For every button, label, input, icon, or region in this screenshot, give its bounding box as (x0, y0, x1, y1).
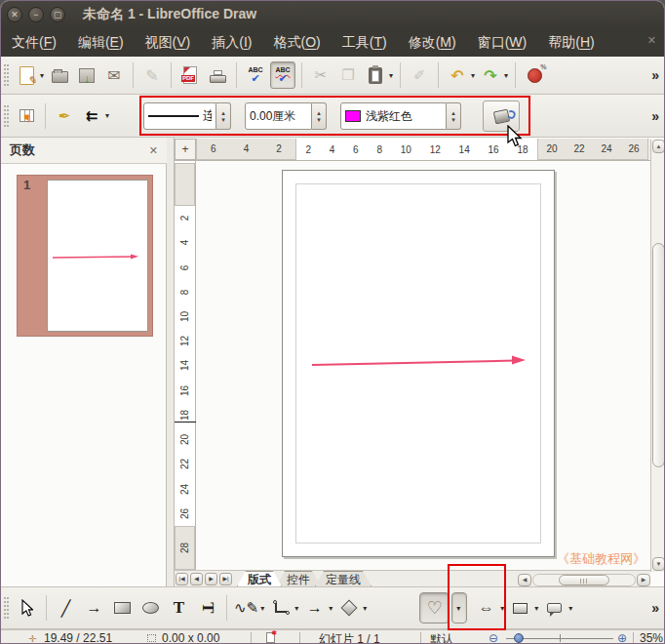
menu-insert[interactable]: 插入(I) (201, 34, 262, 52)
menu-help[interactable]: 帮助(H) (537, 34, 605, 52)
save-button[interactable]: ↓ (74, 61, 99, 89)
arrow-line-tool[interactable]: → (81, 593, 107, 623)
vertical-ruler[interactable]: 246 81012 141618 202224 26 28 (175, 161, 196, 570)
line-color-spinner[interactable]: ▴▾ (447, 102, 461, 130)
snap-grid-button[interactable]: ☛ (14, 102, 39, 130)
tab-dimension-lines[interactable]: 定量线 (315, 571, 372, 586)
edit-points-button[interactable]: ✒ (52, 102, 77, 130)
zoom-button[interactable]: % (522, 61, 547, 89)
basic-shapes-tool[interactable] (335, 593, 362, 623)
vertical-scrollbar[interactable]: ▲ ▼ (650, 140, 665, 572)
menu-view[interactable]: 视图(V) (135, 34, 202, 52)
first-page-nav-button[interactable]: |◀ (176, 573, 188, 585)
zoom-in-icon[interactable]: ⊕ (617, 631, 627, 644)
toolbar-grip[interactable] (4, 597, 9, 619)
auto-spellcheck-button[interactable]: ABC ✔ (270, 61, 295, 89)
toolbar-grip[interactable] (4, 105, 9, 127)
zoom-out-icon[interactable]: ⊖ (489, 631, 498, 644)
copy-button[interactable]: ❐ (335, 61, 361, 89)
rectangle-tool[interactable] (109, 593, 136, 623)
tab-controls[interactable]: 控件 (276, 571, 321, 586)
line-style-spinner[interactable]: ▴▾ (216, 102, 231, 130)
tab-layout[interactable]: 版式 (237, 571, 282, 586)
line-style-combobox[interactable]: 连 ▴▾ (143, 102, 231, 130)
menu-modify[interactable]: 修改(M) (398, 34, 467, 52)
zoom-slider-thumb[interactable] (514, 633, 524, 643)
block-arrows-tool[interactable]: ⇔ (473, 593, 499, 623)
flowchart-dropdown[interactable]: ▾ (534, 604, 538, 613)
minimize-window-button[interactable]: − (28, 7, 44, 22)
lines-and-arrows-tool[interactable]: → (301, 593, 328, 623)
toolbar-overflow-button[interactable]: » (651, 600, 659, 616)
menu-tools[interactable]: 工具(T) (332, 34, 398, 52)
undo-dropdown[interactable]: ▾ (471, 71, 475, 80)
zoom-level-value[interactable]: 35% (640, 631, 663, 644)
print-button[interactable] (205, 61, 230, 89)
undo-button[interactable]: ↶ (445, 61, 470, 89)
arrow-style-dropdown[interactable]: ▾ (105, 111, 109, 120)
horizontal-scroll-track[interactable] (532, 574, 636, 586)
close-window-button[interactable]: ✕ (7, 7, 22, 22)
previous-page-nav-button[interactable]: ◀ (190, 573, 203, 585)
toolbar-overflow-button[interactable]: » (651, 67, 659, 83)
redo-button[interactable]: ↷ (478, 61, 503, 89)
last-page-nav-button[interactable]: ▶| (219, 573, 232, 585)
basic-shapes-dropdown[interactable]: ▾ (363, 604, 367, 613)
toolbar-grip[interactable] (4, 64, 9, 86)
scroll-down-icon[interactable]: ▼ (652, 557, 665, 571)
toolbar-overflow-button[interactable]: » (651, 108, 659, 124)
paste-dropdown[interactable]: ▾ (389, 71, 393, 80)
connector-tool[interactable] (267, 593, 293, 623)
scroll-left-icon[interactable]: ◀ (518, 574, 531, 586)
callouts-dropdown[interactable]: ▾ (568, 604, 572, 613)
pages-panel-close-icon[interactable]: ✕ (149, 144, 158, 157)
scroll-right-icon[interactable]: ▶ (637, 574, 650, 586)
new-document-dropdown[interactable]: ▾ (40, 71, 44, 80)
symbol-shapes-dropdown[interactable]: ▾ (451, 592, 467, 624)
horizontal-scrollbar[interactable]: ◀ ▶ (518, 573, 650, 586)
vertical-scroll-thumb[interactable] (652, 243, 665, 467)
edit-file-button[interactable]: ✎ (139, 61, 165, 89)
page-style-name[interactable]: 默认 (430, 631, 453, 644)
menu-file[interactable]: 文件(F) (1, 34, 67, 52)
new-document-button[interactable]: ✎ (14, 61, 39, 89)
lines-and-arrows-dropdown[interactable]: ▾ (329, 604, 332, 613)
drawn-arrow-shape[interactable] (283, 171, 556, 558)
text-tool[interactable]: T (166, 593, 192, 623)
horizontal-scroll-thumb[interactable] (559, 575, 609, 585)
line-width-spinbox[interactable]: 0.00厘米 ▴▾ (245, 102, 327, 130)
symbol-shapes-tool[interactable]: ♡ (419, 592, 450, 624)
flowchart-tool[interactable] (507, 593, 533, 623)
connector-dropdown[interactable]: ▾ (294, 604, 298, 613)
curve-tool[interactable]: ∿ ✎ (233, 593, 259, 623)
cut-button[interactable]: ✂ (308, 61, 333, 89)
open-button[interactable] (47, 61, 72, 89)
spellcheck-button[interactable]: ABC ✔ (243, 61, 268, 89)
arrow-style-button[interactable]: ⇇ (79, 102, 104, 130)
menu-window[interactable]: 窗口(W) (467, 34, 538, 52)
scroll-up-icon[interactable]: ▲ (652, 140, 665, 153)
menu-format[interactable]: 格式(O) (263, 34, 332, 52)
block-arrows-dropdown[interactable]: ▾ (500, 604, 504, 613)
ellipse-tool[interactable] (137, 593, 164, 623)
vertical-text-tool[interactable]: T (194, 593, 220, 623)
line-tool[interactable]: ╱ (53, 593, 79, 623)
horizontal-ruler[interactable]: + 642 246 81012 141618 2022 2426 (175, 139, 650, 161)
select-tool[interactable] (14, 593, 40, 623)
clone-formatting-button[interactable]: ✐ (407, 61, 432, 89)
next-page-nav-button[interactable]: ▶ (205, 573, 217, 585)
panel-splitter[interactable] (167, 138, 175, 586)
curve-dropdown[interactable]: ▾ (260, 604, 264, 613)
page-thumbnail[interactable]: 1 (17, 175, 153, 337)
menu-edit[interactable]: 编辑(E) (67, 34, 135, 52)
redo-dropdown[interactable]: ▾ (504, 71, 508, 80)
document-close-icon[interactable]: ✕ (647, 34, 656, 47)
line-width-spinner[interactable]: ▴▾ (312, 102, 327, 130)
callouts-tool[interactable] (541, 593, 567, 623)
canvas[interactable] (196, 161, 650, 570)
paste-button[interactable] (363, 61, 388, 89)
maximize-window-button[interactable]: ▢ (50, 7, 65, 22)
line-color-combobox[interactable]: 浅紫红色 ▴▾ (340, 102, 461, 130)
document-modified-icon[interactable]: ✱ (266, 632, 275, 643)
email-document-button[interactable]: ✉ (101, 61, 127, 89)
